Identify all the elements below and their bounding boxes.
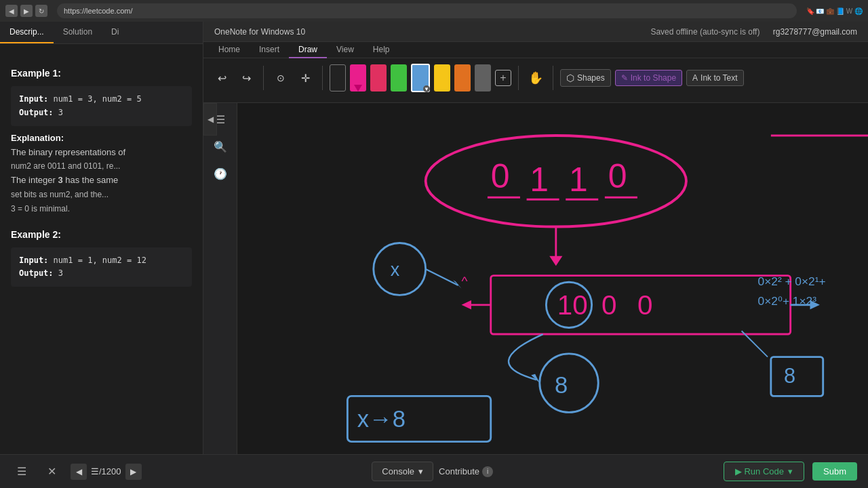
address-text: https://leetcode.com/ xyxy=(64,7,133,15)
forward-icon[interactable]: ▶ xyxy=(20,5,33,17)
prev-page-button[interactable]: ◀ xyxy=(71,464,87,480)
drawing-canvas-area[interactable]: 0 1 1 0 10 0 0 ^ x 8 xyxy=(237,103,868,468)
browser-right: 🔖 📧 💼 📘 W 🌐 xyxy=(806,7,863,15)
tab-view[interactable]: View xyxy=(327,42,363,58)
svg-text:0×2⁰+ 1×2³: 0×2⁰+ 1×2³ xyxy=(758,294,817,308)
user-info: Saved offline (auto-sync is off) rg32787… xyxy=(650,27,857,37)
svg-marker-19 xyxy=(462,300,471,309)
svg-text:x: x xyxy=(391,260,400,280)
svg-marker-10 xyxy=(549,256,562,266)
svg-line-23 xyxy=(426,269,458,285)
submit-button[interactable]: Subm xyxy=(812,462,857,481)
example1-output: 3 xyxy=(58,108,63,117)
svg-text:0: 0 xyxy=(601,289,616,321)
menu-icon[interactable]: ☰ xyxy=(11,461,33,483)
onenote-title: OneNote for Windows 10 xyxy=(214,27,305,37)
address-bar[interactable]: https://leetcode.com/ xyxy=(57,3,797,18)
svg-text:0: 0 xyxy=(491,157,510,195)
pen-black[interactable] xyxy=(330,64,346,92)
example1-title: Example 1: xyxy=(11,66,192,81)
ink-to-text-button[interactable]: A Ink to Text xyxy=(686,70,744,86)
bottom-center-section: Console ▾ Contribute i xyxy=(372,462,493,481)
browser-nav-icons: ◀ ▶ ↻ xyxy=(5,5,47,17)
pen-dark[interactable] xyxy=(475,64,491,92)
tab-description[interactable]: Descrip... xyxy=(0,22,54,43)
shapes-button[interactable]: ⬡ Shapes xyxy=(560,69,611,87)
tab-solution[interactable]: Solution xyxy=(54,22,102,43)
svg-text:8: 8 xyxy=(555,372,568,398)
example1-block: Input: num1 = 3, num2 = 5 Output: 3 xyxy=(11,86,192,125)
browser-bar: ◀ ▶ ↻ https://leetcode.com/ 🔖 📧 💼 📘 W 🌐 xyxy=(0,0,868,22)
svg-rect-33 xyxy=(771,357,823,396)
svg-text:x→8: x→8 xyxy=(357,406,406,432)
run-code-label: ▶ Run Code xyxy=(735,466,784,476)
drawing-svg: 0 1 1 0 10 0 0 ^ x 8 xyxy=(237,103,868,468)
explanation-text5: 3 = 0 is minimal. xyxy=(11,204,70,214)
bottom-left-section: ☰ ✕ ◀ ☰/1200 ▶ xyxy=(11,461,142,483)
console-label: Console xyxy=(382,466,414,476)
example2-output: 3 xyxy=(58,268,63,278)
console-button[interactable]: Console ▾ xyxy=(372,462,433,481)
lc-tabs: Descrip... Solution Di xyxy=(0,22,203,44)
next-page-button[interactable]: ▶ xyxy=(125,464,142,480)
explanation-text3: The integer 3 has the same xyxy=(11,175,118,185)
pen-yellow[interactable] xyxy=(434,64,450,92)
example2-block: Input: num1 = 1, num2 = 12 Output: 3 xyxy=(11,247,192,287)
tab-home[interactable]: Home xyxy=(209,42,250,58)
explanation-text1: The binary representations of xyxy=(11,147,125,157)
submit-label: Subm xyxy=(823,466,846,476)
add-pen-button[interactable]: + xyxy=(495,70,511,86)
svg-point-25 xyxy=(540,354,598,412)
sep1 xyxy=(263,66,264,90)
sidebar-search-icon[interactable]: 🔍 xyxy=(210,136,231,157)
collapse-panel-button[interactable]: ◀ xyxy=(203,103,217,136)
pen-orange[interactable] xyxy=(454,64,471,92)
refresh-icon[interactable]: ↻ xyxy=(35,5,47,17)
ribbon-tools-row: ↩ ↪ ⊙ ✛ ▼ + ✋ ⬡ Shapes ✎ Ink to S xyxy=(203,58,868,98)
svg-text:10: 10 xyxy=(557,289,588,321)
ribbon-tabs: Home Insert Draw View Help xyxy=(203,42,868,58)
shapes-label: Shapes xyxy=(577,73,605,83)
bottom-right-section: ▶ Run Code ▾ Subm xyxy=(724,462,857,481)
sidebar-history-icon[interactable]: 🕐 xyxy=(210,163,231,184)
lasso-tool[interactable]: ⊙ xyxy=(271,66,291,90)
sep2 xyxy=(322,66,323,90)
pen-pink[interactable] xyxy=(350,64,366,92)
svg-text:1: 1 xyxy=(569,161,588,199)
svg-text:8: 8 xyxy=(784,364,795,388)
pen-blue[interactable]: ▼ xyxy=(411,64,430,92)
contribute-label: Contribute xyxy=(439,466,479,476)
svg-text:0: 0 xyxy=(637,289,652,321)
run-code-arrow: ▾ xyxy=(788,466,793,476)
ink-to-text-label: Ink to Text xyxy=(701,73,737,83)
console-arrow: ▾ xyxy=(418,466,423,476)
pen-medium[interactable] xyxy=(370,64,387,92)
contribute-info-icon: i xyxy=(482,466,493,477)
svg-text:0×2² + 0×2¹+: 0×2² + 0×2¹+ xyxy=(758,274,826,288)
explanation-block: Explanation: The binary representations … xyxy=(11,131,192,216)
hand-tool[interactable]: ✋ xyxy=(526,66,546,90)
close-icon[interactable]: ✕ xyxy=(41,461,62,483)
pen-green-highlight[interactable] xyxy=(391,64,407,92)
explanation-text2: num2 are 0011 and 0101, re... xyxy=(11,161,120,171)
ink-to-shape-button[interactable]: ✎ Ink to Shape xyxy=(615,70,682,86)
user-email: rg3278777@gmail.com xyxy=(773,27,857,37)
run-code-button[interactable]: ▶ Run Code ▾ xyxy=(724,462,804,481)
svg-text:0: 0 xyxy=(608,157,627,195)
bottom-bar: ☰ ✕ ◀ ☰/1200 ▶ Console ▾ Contribute i ▶ … xyxy=(0,454,868,488)
tab-discuss[interactable]: Di xyxy=(102,22,128,43)
example2-title: Example 2: xyxy=(11,227,192,242)
tab-insert[interactable]: Insert xyxy=(250,42,289,58)
leetcode-panel: Descrip... Solution Di Example 1: Input:… xyxy=(0,22,203,454)
back-icon[interactable]: ◀ xyxy=(5,5,18,17)
tab-draw[interactable]: Draw xyxy=(289,42,327,58)
onenote-sidebar: ☰ 🔍 🕐 xyxy=(203,103,237,488)
move-tool[interactable]: ✛ xyxy=(295,66,315,90)
lc-content: Example 1: Input: num1 = 3, num2 = 5 Out… xyxy=(0,44,203,302)
redo-button[interactable]: ↪ xyxy=(236,66,256,90)
contribute-button[interactable]: Contribute i xyxy=(439,466,493,477)
tab-help[interactable]: Help xyxy=(363,42,399,58)
page-count: ☰/1200 xyxy=(91,466,121,476)
example2-input: num1 = 1, num2 = 12 xyxy=(54,256,146,265)
undo-button[interactable]: ↩ xyxy=(212,66,232,90)
